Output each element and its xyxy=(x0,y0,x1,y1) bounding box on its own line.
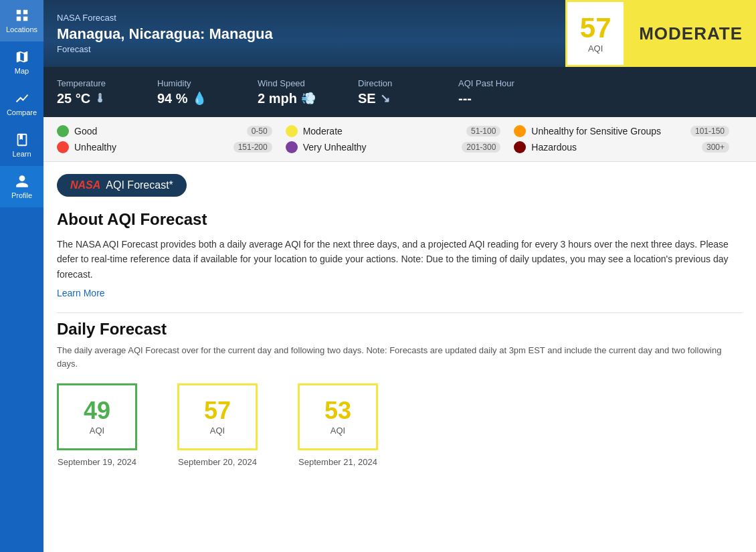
arrow-se-icon: ↘ xyxy=(380,91,390,106)
weather-temperature: Temperature 25 °C 🌡 xyxy=(57,78,157,106)
daily-card-label-1: AQI xyxy=(210,426,225,436)
wind-icon: 💨 xyxy=(301,91,316,106)
nasa-badge-text: AQI Forecast* xyxy=(106,179,173,191)
sidebar-label-learn: Learn xyxy=(12,150,31,158)
nasa-badge: NASA AQI Forecast* xyxy=(57,174,187,197)
daily-cards: 49 AQI September 19, 2024 57 AQI Septemb… xyxy=(57,383,743,467)
moderate-range: 51-100 xyxy=(466,126,500,136)
weather-bar: Temperature 25 °C 🌡 Humidity 94 % 💧 Wind… xyxy=(43,67,756,117)
nasa-logo: NASA xyxy=(70,179,100,191)
daily-card-1: 57 AQI xyxy=(177,383,258,450)
windspeed-label: Wind Speed xyxy=(258,78,305,88)
sidebar-label-compare: Compare xyxy=(7,108,37,116)
droplet-icon: 💧 xyxy=(192,91,207,106)
legend-good: Good 0-50 xyxy=(57,125,286,137)
moderate-dot xyxy=(286,125,298,137)
sensitive-label: Unhealthy for Sensitive Groups xyxy=(531,126,661,136)
grid-icon xyxy=(15,8,29,23)
sidebar-item-compare[interactable]: Compare xyxy=(0,83,43,124)
aqi-label: AQI xyxy=(588,43,603,54)
unhealthy-label: Unhealthy xyxy=(74,142,116,153)
sidebar-label-locations: Locations xyxy=(6,25,37,33)
nasa-badge-section: NASA AQI Forecast* xyxy=(43,162,756,203)
sidebar: Locations Map Compare Learn Profile xyxy=(0,0,43,552)
aqi-past-value: --- xyxy=(458,91,472,106)
legend-row-2: Unhealthy 151-200 Very Unhealthy 201-300… xyxy=(57,141,743,153)
legend-hazardous: Hazardous 300+ xyxy=(514,141,743,153)
daily-forecast-title: Daily Forecast xyxy=(57,320,743,339)
good-label: Good xyxy=(74,126,97,136)
temperature-label: Temperature xyxy=(57,78,106,88)
main-content: NASA Forecast Managua, Nicaragua: Managu… xyxy=(43,0,756,552)
about-title: About AQI Forecast xyxy=(57,210,743,229)
unhealthy-dot xyxy=(57,141,69,153)
chart-icon xyxy=(15,91,29,106)
header-forecast-label: Forecast xyxy=(57,44,552,54)
map-icon xyxy=(15,50,29,64)
sidebar-item-learn[interactable]: Learn xyxy=(0,124,43,166)
aqi-value: 57 xyxy=(580,14,611,42)
very-unhealthy-range: 201-300 xyxy=(462,142,500,153)
sidebar-label-map: Map xyxy=(15,67,29,75)
weather-humidity: Humidity 94 % 💧 xyxy=(157,78,258,106)
daily-card-date-1: September 20, 2024 xyxy=(178,457,257,467)
sidebar-item-profile[interactable]: Profile xyxy=(0,166,43,207)
daily-card-wrapper-2: 53 AQI September 21, 2024 xyxy=(298,383,378,467)
good-range: 0-50 xyxy=(247,126,272,136)
humidity-label: Humidity xyxy=(157,78,191,88)
windspeed-value: 2 mph 💨 xyxy=(258,91,316,106)
page-header: NASA Forecast Managua, Nicaragua: Managu… xyxy=(43,0,756,67)
about-section: About AQI Forecast The NASA AQI Forecast… xyxy=(43,203,756,312)
sensitive-dot xyxy=(514,125,526,137)
daily-forecast-section: Daily Forecast The daily average AQI For… xyxy=(43,313,756,487)
very-unhealthy-label: Very Unhealthy xyxy=(303,142,367,153)
hazardous-range: 300+ xyxy=(702,142,729,153)
daily-card-2: 53 AQI xyxy=(298,383,378,450)
daily-card-wrapper-1: 57 AQI September 20, 2024 xyxy=(177,383,258,467)
header-subtitle: NASA Forecast xyxy=(57,13,552,23)
daily-card-value-0: 49 xyxy=(84,399,110,423)
direction-value: SE ↘ xyxy=(358,91,390,106)
daily-card-value-2: 53 xyxy=(324,399,351,423)
moderate-label: Moderate xyxy=(303,126,343,136)
temperature-value: 25 °C 🌡 xyxy=(57,91,106,106)
daily-card-wrapper-0: 49 AQI September 19, 2024 xyxy=(57,383,137,467)
book-icon xyxy=(15,132,29,147)
daily-card-date-2: September 21, 2024 xyxy=(298,457,377,467)
unhealthy-range: 151-200 xyxy=(233,142,272,153)
daily-card-value-1: 57 xyxy=(204,399,231,423)
good-dot xyxy=(57,125,69,137)
weather-windspeed: Wind Speed 2 mph 💨 xyxy=(258,78,358,106)
weather-aqi-past: AQI Past Hour --- xyxy=(458,78,559,106)
thermometer-icon: 🌡 xyxy=(94,92,106,106)
daily-forecast-subtitle: The daily average AQI Forecast over for … xyxy=(57,344,743,370)
header-text: NASA Forecast Managua, Nicaragua: Managu… xyxy=(43,0,565,67)
daily-card-label-2: AQI xyxy=(330,426,345,436)
aqi-status-text: MODERATE xyxy=(639,23,743,44)
hazardous-dot xyxy=(514,141,526,153)
hazardous-label: Hazardous xyxy=(531,142,577,153)
legend-sensitive: Unhealthy for Sensitive Groups 101-150 xyxy=(514,125,743,137)
legend-very-unhealthy: Very Unhealthy 201-300 xyxy=(286,141,514,153)
aqi-box: 57 AQI xyxy=(565,0,626,67)
header-title: Managua, Nicaragua: Managua xyxy=(57,25,552,43)
aqi-legend: Good 0-50 Moderate 51-100 Unhealthy for … xyxy=(43,117,756,162)
humidity-value: 94 % 💧 xyxy=(157,91,207,106)
legend-moderate: Moderate 51-100 xyxy=(286,125,514,137)
legend-row-1: Good 0-50 Moderate 51-100 Unhealthy for … xyxy=(57,125,743,137)
very-unhealthy-dot xyxy=(286,141,298,153)
daily-card-label-0: AQI xyxy=(90,426,104,436)
daily-card-date-0: September 19, 2024 xyxy=(58,457,136,467)
learn-more-link[interactable]: Learn More xyxy=(57,288,105,298)
person-icon xyxy=(15,174,29,189)
about-text: The NASA AQI Forecast provides both a da… xyxy=(57,237,743,282)
aqi-status: MODERATE xyxy=(626,0,756,67)
weather-direction: Direction SE ↘ xyxy=(358,78,458,106)
sidebar-item-map[interactable]: Map xyxy=(0,41,43,83)
sidebar-item-locations[interactable]: Locations xyxy=(0,0,43,41)
sensitive-range: 101-150 xyxy=(690,126,729,136)
sidebar-label-profile: Profile xyxy=(11,191,32,199)
daily-card-0: 49 AQI xyxy=(57,383,137,450)
direction-label: Direction xyxy=(358,78,392,88)
legend-unhealthy: Unhealthy 151-200 xyxy=(57,141,286,153)
